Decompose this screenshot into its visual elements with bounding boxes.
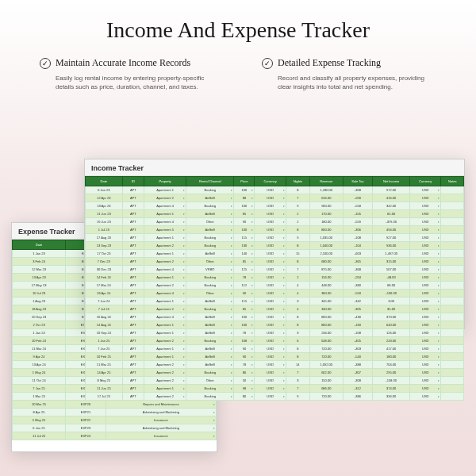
cell[interactable]: 13 Apr 23 [13, 274, 66, 282]
cell[interactable]: USD▾ [255, 250, 286, 258]
cell[interactable]: APT [122, 250, 144, 258]
table-row[interactable]: 11 Jun 25APTApartment 1▾Booking▾98▾USD▾7… [86, 385, 464, 393]
cell[interactable]: 68.00 [373, 282, 410, 290]
column-header[interactable]: Currency [255, 177, 286, 186]
dropdown-icon[interactable]: ▾ [251, 268, 253, 271]
dropdown-icon[interactable]: ▾ [283, 252, 285, 255]
cell[interactable]: 126.00 [373, 329, 410, 337]
cell[interactable]: 3 [286, 329, 309, 337]
cell[interactable]: EXP20 [66, 401, 106, 409]
dropdown-icon[interactable]: ▾ [183, 236, 185, 240]
cell[interactable]: USD▾ [410, 290, 441, 298]
column-header[interactable]: Property [144, 177, 186, 186]
cell[interactable]: 14 [286, 361, 309, 369]
table-row[interactable]: 7 Dec 23APTApartment 2▾Other▾85▾USD▾8680… [86, 258, 464, 266]
cell[interactable]: -48.00 [373, 274, 410, 282]
table-row[interactable]: 10 Mar 25EXP20Repairs and Maintenance▾ [13, 401, 217, 409]
dropdown-icon[interactable]: ▾ [251, 300, 253, 303]
cell[interactable]: AirBnB▾ [186, 345, 234, 353]
table-row[interactable]: 8 May 25APTApartment 2▾Other▾50▾USD▾3150… [86, 377, 464, 385]
table-row[interactable]: 5 May 25EXP22Insurance▾ [13, 416, 217, 424]
cell[interactable]: -342 [343, 298, 372, 305]
dropdown-icon[interactable]: ▾ [251, 197, 253, 200]
cell[interactable]: USD▾ [410, 369, 441, 377]
cell[interactable]: USD▾ [410, 258, 441, 266]
dropdown-icon[interactable]: ▾ [231, 221, 232, 224]
cell[interactable]: 17 Aug 23 [86, 234, 123, 242]
dropdown-icon[interactable]: ▾ [251, 355, 253, 359]
dropdown-icon[interactable]: ▾ [283, 363, 285, 367]
cell[interactable]: 7 [286, 266, 309, 274]
cell[interactable]: 9 [286, 393, 309, 401]
dropdown-icon[interactable]: ▾ [283, 300, 285, 303]
cell[interactable]: 900.00 [309, 202, 343, 210]
dropdown-icon[interactable]: ▾ [251, 387, 253, 390]
cell[interactable]: USD▾ [410, 298, 441, 305]
cell[interactable]: USD▾ [255, 202, 286, 210]
cell[interactable]: Other▾ [186, 218, 234, 226]
dropdown-icon[interactable]: ▾ [283, 355, 285, 359]
dropdown-icon[interactable]: ▾ [231, 308, 232, 311]
cell[interactable]: APT [122, 290, 144, 298]
cell[interactable] [441, 250, 464, 258]
column-header[interactable]: Price [234, 177, 255, 186]
cell[interactable]: USD▾ [410, 353, 441, 361]
cell[interactable]: 936.00 [373, 242, 410, 250]
table-row[interactable]: 17 Mar 24APTApartment 2▾Booking▾112▾USD▾… [86, 282, 464, 290]
cell[interactable]: Apartment 4▾ [144, 290, 186, 298]
dropdown-icon[interactable]: ▾ [283, 244, 285, 248]
cell[interactable]: 14 Aug 24 [86, 321, 123, 329]
dropdown-icon[interactable]: ▾ [438, 260, 440, 263]
cell[interactable]: 345.00 [309, 298, 343, 305]
cell[interactable]: 1,497.00 [373, 250, 410, 258]
dropdown-icon[interactable]: ▾ [283, 379, 285, 382]
column-header[interactable]: ID [122, 177, 144, 186]
cell[interactable] [441, 329, 464, 337]
income-table[interactable]: DateIDPropertyRental ChannelPriceCurrenc… [85, 176, 464, 401]
cell[interactable]: -540 [343, 353, 372, 361]
cell[interactable]: 7 [286, 194, 309, 202]
cell[interactable]: AirBnB▾ [186, 226, 234, 234]
cell[interactable]: APT [122, 258, 144, 266]
dropdown-icon[interactable]: ▾ [283, 292, 285, 295]
cell[interactable] [441, 202, 464, 210]
dropdown-icon[interactable]: ▾ [251, 308, 253, 311]
dropdown-icon[interactable]: ▾ [251, 363, 253, 367]
cell[interactable]: APT [122, 345, 144, 353]
cell[interactable]: 8 Apr 25 [13, 409, 66, 416]
cell[interactable]: 720.00 [309, 345, 343, 353]
cell[interactable]: Apartment 1▾ [144, 186, 186, 194]
dropdown-icon[interactable]: ▾ [283, 316, 285, 319]
cell[interactable]: Booking▾ [186, 305, 234, 313]
dropdown-icon[interactable]: ▾ [231, 300, 232, 303]
dropdown-icon[interactable]: ▾ [438, 189, 440, 192]
cell[interactable]: USD▾ [410, 337, 441, 345]
cell[interactable]: USD▾ [410, 282, 441, 290]
cell[interactable]: USD▾ [410, 393, 441, 401]
table-row[interactable]: 30 Dec 23APTApartment 4▾VRBO▾125▾USD▾787… [86, 266, 464, 274]
dropdown-icon[interactable]: ▾ [283, 387, 285, 390]
table-row[interactable]: 13 Sep 23APTApartment 2▾Booking▾130▾USD▾… [86, 242, 464, 250]
cell[interactable]: 8 [286, 242, 309, 250]
cell[interactable]: 1,280.00 [309, 186, 343, 194]
dropdown-icon[interactable]: ▾ [231, 379, 232, 382]
cell[interactable]: 80▾ [234, 393, 255, 401]
cell[interactable]: EXP22 [66, 416, 106, 424]
cell[interactable]: 90▾ [234, 290, 255, 298]
dropdown-icon[interactable]: ▾ [231, 189, 232, 192]
cell[interactable]: 35.00 [373, 305, 410, 313]
cell[interactable]: 972.00 [373, 186, 410, 194]
cell[interactable]: USD▾ [255, 186, 286, 194]
cell[interactable]: 8 [286, 313, 309, 321]
cell[interactable]: 7 Jul 24 [86, 305, 123, 313]
cell[interactable]: 100▾ [234, 202, 255, 210]
cell[interactable] [441, 218, 464, 226]
cell[interactable]: 26 Apr 24 [86, 290, 123, 298]
dropdown-icon[interactable]: ▾ [438, 324, 440, 327]
table-row[interactable]: 10 Aug 24APTApartment 4▾AirBnB▾100▾USD▾8… [86, 313, 464, 321]
cell[interactable]: 11 Mar 25 [86, 361, 123, 369]
dropdown-icon[interactable]: ▾ [231, 324, 232, 327]
cell[interactable]: -307 [343, 369, 372, 377]
table-row[interactable]: 14 Apr 25APTApartment 2▾Booking▾86▾USD▾7… [86, 369, 464, 377]
table-row[interactable]: 6 Jun 25EXP23Advertising and Marketing▾ [13, 424, 217, 432]
